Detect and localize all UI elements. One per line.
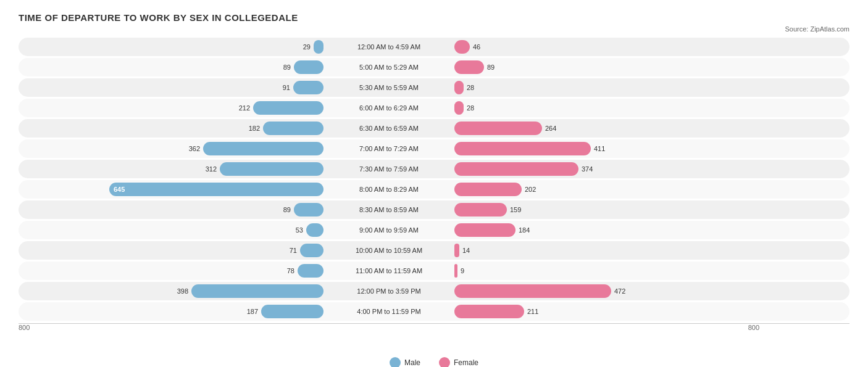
table-row: 895:00 AM to 5:29 AM89	[19, 58, 849, 76]
time-label: 7:00 AM to 7:29 AM	[327, 145, 451, 152]
female-bar	[454, 284, 611, 298]
male-bar	[261, 305, 323, 318]
female-value-label: 14	[462, 247, 470, 254]
male-value-label: 182	[249, 125, 260, 132]
male-value-label: 91	[283, 84, 290, 91]
table-row: 7811:00 AM to 11:59 AM9	[19, 262, 849, 280]
male-value-label: 29	[303, 43, 311, 51]
axis-label-left: 800	[19, 324, 327, 331]
table-row: 7110:00 AM to 10:59 AM14	[19, 241, 849, 260]
male-bar	[263, 122, 323, 135]
male-bar	[306, 223, 323, 237]
table-row: 39812:00 PM to 3:59 PM472	[19, 282, 849, 300]
male-bar	[253, 101, 323, 115]
time-label: 5:30 AM to 5:59 AM	[327, 84, 451, 91]
male-bar	[294, 203, 323, 216]
time-label: 8:00 AM to 8:29 AM	[327, 186, 451, 193]
table-row: 915:30 AM to 5:59 AM28	[19, 78, 849, 97]
female-bar	[454, 264, 457, 278]
female-value-label: 264	[545, 125, 556, 132]
legend-male: Male	[390, 357, 420, 367]
axis-label-right: 800	[451, 324, 759, 331]
female-bar	[454, 162, 578, 176]
legend: Male Female	[19, 357, 849, 367]
male-value-label: 89	[283, 64, 291, 71]
male-value-label: 187	[247, 308, 258, 315]
time-label: 7:30 AM to 7:59 AM	[327, 165, 451, 173]
male-value-label: 312	[206, 165, 217, 173]
female-bar	[454, 203, 507, 216]
female-value-label: 211	[527, 308, 538, 315]
male-bar	[293, 81, 323, 94]
time-label: 6:30 AM to 6:59 AM	[327, 125, 451, 132]
source-label: Source: ZipAtlas.com	[19, 25, 849, 33]
female-bar	[454, 40, 470, 54]
table-row: 539:00 AM to 9:59 AM184	[19, 221, 849, 239]
table-row: 2126:00 AM to 6:29 AM28	[19, 99, 849, 117]
table-row: 1826:30 AM to 6:59 AM264	[19, 119, 849, 138]
male-bar	[220, 162, 323, 176]
male-value-label: 71	[290, 247, 297, 254]
female-value-label: 28	[467, 104, 474, 112]
female-bar	[454, 60, 484, 74]
male-bar	[298, 264, 323, 278]
chart-title: TIME OF DEPARTURE TO WORK BY SEX IN COLL…	[19, 12, 849, 23]
legend-male-box	[390, 357, 401, 367]
table-row: 1874:00 PM to 11:59 PM211	[19, 302, 849, 321]
male-value-label: 78	[287, 267, 294, 274]
male-bar	[314, 40, 323, 54]
table-row: 6458:00 AM to 8:29 AM202	[19, 180, 849, 199]
female-value-label: 159	[510, 206, 521, 213]
time-label: 12:00 PM to 3:59 PM	[327, 287, 451, 295]
female-bar	[454, 305, 524, 318]
time-label: 8:30 AM to 8:59 AM	[327, 206, 451, 213]
female-value-label: 28	[467, 84, 474, 91]
time-label: 10:00 AM to 10:59 AM	[327, 247, 451, 254]
time-label: 4:00 PM to 11:59 PM	[327, 308, 451, 315]
male-bar	[203, 142, 323, 155]
table-row: 898:30 AM to 8:59 AM159	[19, 200, 849, 219]
time-label: 12:00 AM to 4:59 AM	[327, 43, 451, 51]
female-value-label: 374	[582, 165, 593, 173]
table-row: 2912:00 AM to 4:59 AM46	[19, 38, 849, 56]
table-row: 3127:30 AM to 7:59 AM374	[19, 160, 849, 178]
female-value-label: 89	[487, 64, 495, 71]
male-value-label: 53	[296, 226, 303, 234]
chart-area: 2912:00 AM to 4:59 AM46895:00 AM to 5:29…	[19, 38, 849, 352]
female-bar	[454, 223, 515, 237]
male-value-label: 212	[239, 104, 250, 112]
female-value-label: 411	[594, 145, 605, 152]
time-label: 5:00 AM to 5:29 AM	[327, 64, 451, 71]
male-value-label: 398	[177, 287, 188, 295]
female-bar	[454, 244, 459, 257]
legend-female: Female	[439, 357, 478, 367]
time-label: 9:00 AM to 9:59 AM	[327, 226, 451, 234]
female-value-label: 202	[525, 186, 536, 193]
female-value-label: 9	[461, 267, 464, 274]
female-value-label: 472	[614, 287, 625, 295]
male-bar: 645	[109, 183, 323, 196]
female-bar	[454, 81, 464, 94]
male-bar	[191, 284, 323, 298]
female-bar	[454, 183, 522, 196]
male-bar	[300, 244, 323, 257]
female-bar	[454, 101, 464, 115]
female-bar	[454, 142, 591, 155]
legend-male-label: Male	[404, 358, 420, 367]
male-bar	[294, 60, 323, 74]
legend-female-box	[439, 357, 450, 367]
table-row: 3627:00 AM to 7:29 AM411	[19, 139, 849, 158]
time-label: 6:00 AM to 6:29 AM	[327, 104, 451, 112]
time-label: 11:00 AM to 11:59 AM	[327, 267, 451, 274]
female-value-label: 46	[473, 43, 480, 51]
male-value-label: 89	[283, 206, 291, 213]
female-value-label: 184	[519, 226, 530, 234]
legend-female-label: Female	[454, 358, 478, 367]
female-bar	[454, 122, 542, 135]
male-value-label: 362	[189, 145, 200, 152]
